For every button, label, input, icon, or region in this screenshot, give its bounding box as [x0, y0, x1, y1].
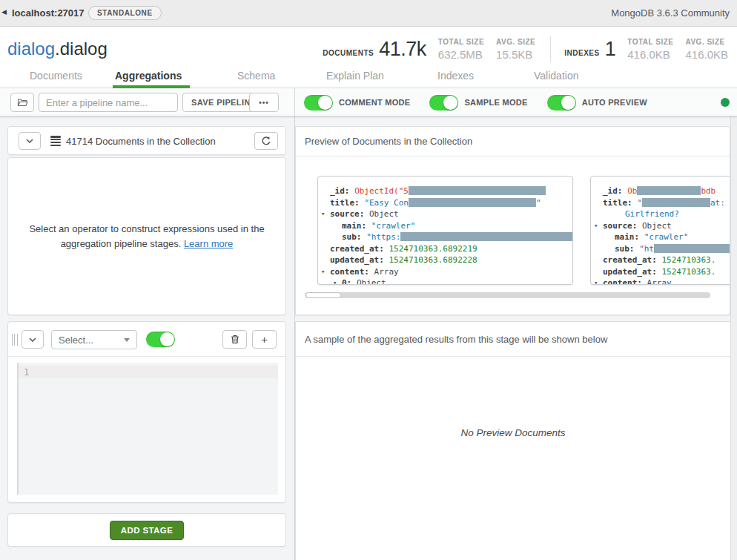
field-value: 1524710363.6892219 [389, 244, 477, 254]
field-key: _id: [330, 186, 350, 196]
expand-caret-icon[interactable]: ▾ [594, 277, 598, 285]
open-saved-pipelines-button[interactable] [10, 93, 34, 112]
toolbar-divider [294, 88, 295, 116]
preview-horizontal-scrollbar[interactable] [305, 292, 710, 298]
field-key: created_at: [330, 244, 384, 254]
expand-caret-icon[interactable]: ▾ [594, 220, 598, 232]
auto-preview-toggle[interactable] [547, 95, 576, 111]
collapse-input-button[interactable] [19, 132, 41, 150]
document-field-line: created_at: 1524710363.6892219 [318, 243, 572, 255]
document-field-line: ▾0: Object [318, 277, 572, 285]
tab-documents[interactable]: Documents [30, 70, 82, 82]
field-value: "Easy Con [364, 198, 409, 208]
operator-helper-text: Select an operator to construct expressi… [24, 222, 269, 251]
field-value: "ht [639, 244, 654, 254]
field-value: ObjectId("5 [354, 186, 409, 196]
indexes-label: INDEXES [564, 49, 599, 57]
document-field-line: title: "Easy Con" [318, 197, 572, 209]
field-value: " [536, 198, 541, 208]
stage-code-editor[interactable]: 1 [17, 363, 278, 495]
scrollbar-thumb[interactable] [305, 292, 341, 298]
field-value: " [637, 198, 642, 208]
topology-badge: STANDALONE [88, 6, 162, 20]
document-card: _id: Obbdbtitle: "at:Girlfriend?▾source:… [590, 176, 730, 285]
collapse-stage-button[interactable] [22, 330, 44, 349]
field-key: _id: [603, 186, 623, 196]
doc-total-size-stat: TOTAL SIZE 632.5MB [438, 38, 484, 61]
namespace-title: dialog.dialog [7, 39, 108, 59]
document-card: _id: ObjectId("5title: "Easy Con"▾source… [317, 176, 573, 285]
comment-mode-toggle[interactable] [304, 95, 333, 111]
chevron-down-icon [26, 139, 33, 143]
preview-panel-title: Preview of Documents in the Collection [296, 127, 730, 157]
collection-stats: DOCUMENTS 41.7k TOTAL SIZE 632.5MB AVG. … [323, 36, 728, 62]
add-stage-inline-button[interactable]: + [252, 330, 277, 349]
tab-validation[interactable]: Validation [534, 70, 578, 82]
redaction-box [409, 198, 536, 207]
toggle-knob [443, 96, 457, 110]
field-key: main: [615, 232, 639, 242]
field-value: Array [374, 267, 399, 277]
tab-aggregations[interactable]: Aggregations [115, 70, 182, 82]
tab-schema[interactable]: Schema [237, 70, 275, 82]
stage-header: Select... + [8, 322, 285, 357]
field-key: source: [603, 221, 637, 231]
more-options-button[interactable]: ••• [249, 93, 279, 112]
field-value: "crawler" [371, 221, 416, 231]
field-value: Object [369, 209, 399, 219]
learn-more-link[interactable]: Learn more [184, 238, 233, 249]
expand-caret-icon[interactable]: ▾ [321, 266, 325, 278]
sample-mode-toggle[interactable] [429, 95, 458, 111]
field-value: Object [642, 221, 672, 231]
idx-total-size-stat: TOTAL SIZE 416.0KB [627, 38, 673, 61]
field-key: source: [330, 209, 364, 219]
field-value: Array [647, 278, 672, 285]
back-chevron-icon[interactable]: ◀ [1, 8, 7, 16]
input-collection-card: 41714 Documents in the Collection [7, 126, 286, 155]
pipeline-name-input[interactable] [39, 93, 178, 112]
stage-operator-select[interactable]: Select... [51, 330, 137, 349]
document-field-line: title: "at: [591, 197, 730, 209]
field-key: sub: [615, 244, 635, 254]
pipeline-status-dot-icon [721, 98, 730, 107]
comment-mode-group: COMMENT MODE [304, 95, 410, 111]
collection-header: dialog.dialog DOCUMENTS 41.7k TOTAL SIZE… [0, 27, 737, 88]
documents-stat: DOCUMENTS 41.7k [323, 38, 426, 61]
document-field-line: ▾content: Array [591, 277, 730, 285]
tab-indexes[interactable]: Indexes [437, 70, 474, 82]
stats-divider [550, 36, 551, 62]
delete-stage-button[interactable] [222, 330, 247, 349]
field-key: created_at: [603, 255, 657, 265]
chevron-down-icon [29, 337, 36, 342]
document-field-line: ▾content: Array [318, 266, 572, 278]
field-value: 1524710363. [661, 255, 715, 265]
add-stage-button[interactable]: ADD STAGE [110, 521, 184, 540]
field-key: 0: [342, 278, 351, 285]
field-value: 1524710363.6892228 [389, 255, 477, 265]
document-field-line: _id: ObjectId("5 [318, 185, 572, 197]
refresh-documents-button[interactable] [254, 132, 278, 150]
tab-explain-plan[interactable]: Explain Plan [326, 70, 384, 82]
stage-operator-select-value: Select... [59, 335, 93, 346]
aggregation-builder: 41714 Documents in the Collection Select… [0, 116, 737, 560]
field-key: content: [330, 267, 369, 277]
document-field-line: created_at: 1524710363. [591, 254, 730, 266]
stage-enabled-toggle[interactable] [146, 332, 175, 347]
indexes-value: 1 [605, 38, 616, 61]
drag-grip-icon[interactable] [12, 334, 18, 346]
comment-mode-label: COMMENT MODE [339, 98, 410, 107]
server-version: MongoDB 3.6.3 Community [611, 7, 730, 19]
database-name[interactable]: dialog [7, 39, 55, 59]
sample-mode-group: SAMPLE MODE [429, 95, 527, 111]
window-vertical-scrollbar[interactable] [730, 116, 737, 560]
document-field-line: ▾source: Object [591, 220, 730, 232]
pipeline-toggles: COMMENT MODE SAMPLE MODE AUTO PREVIEW [304, 88, 667, 116]
redaction-box [409, 186, 546, 195]
expand-caret-icon[interactable]: ▾ [333, 277, 337, 285]
idx-avg-size-stat: AVG. SIZE 416.0KB [685, 38, 728, 61]
folder-open-icon [17, 98, 28, 107]
document-field-line: ▾source: Object [318, 208, 572, 220]
expand-caret-icon[interactable]: ▾ [321, 208, 325, 220]
documents-value: 41.7k [379, 38, 426, 61]
field-key: sub: [342, 232, 362, 242]
